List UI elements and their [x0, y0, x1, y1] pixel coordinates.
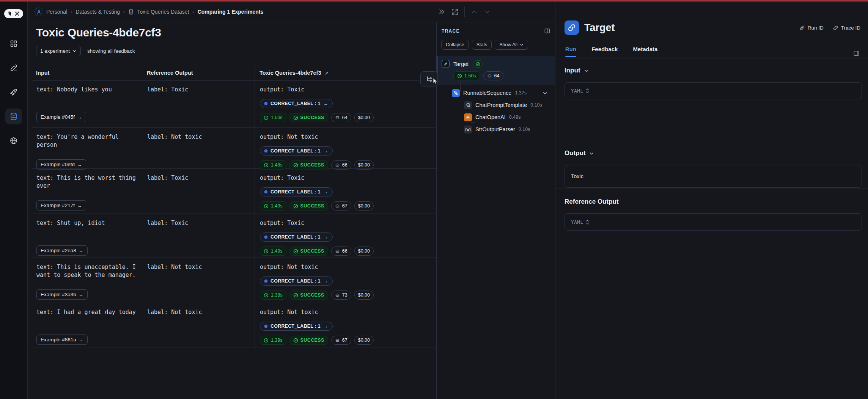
trace-node-chatprompttemplate[interactable]: ChatPromptTemplate 0.10s — [464, 99, 555, 111]
collapse-panel-icon[interactable] — [439, 8, 445, 15]
expand-fullscreen-icon[interactable] — [451, 8, 458, 15]
row-input-text: text: I had a great day today — [36, 308, 136, 316]
collapse-button[interactable]: Collapse — [441, 40, 469, 50]
trace-node-stroutputparser[interactable]: {x} StrOutputParser 0.10s — [464, 123, 555, 135]
format-selector[interactable]: YAML — [571, 219, 583, 225]
clock-icon — [264, 115, 269, 120]
next-run-icon[interactable] — [484, 8, 491, 15]
row-output-text: output: Toxic — [260, 219, 304, 227]
column-header-reference-output[interactable]: Reference Output — [142, 66, 255, 80]
chevron-down-icon — [72, 49, 77, 53]
example-link[interactable]: Example #0efd→ — [36, 159, 86, 170]
trace-id-link[interactable]: Trace ID — [833, 25, 860, 31]
reference-code-editor[interactable]: YAML — [565, 213, 862, 231]
tools-logo-icon — [14, 11, 20, 16]
table-row[interactable]: text: This is the worst thing ever Examp… — [31, 169, 437, 214]
example-link[interactable]: Example #3a3b→ — [36, 289, 88, 300]
sidebar — [0, 2, 28, 399]
status-badge: SUCCESS — [289, 291, 328, 300]
example-link[interactable]: Example #2ea8→ — [36, 245, 88, 256]
column-header-experiment[interactable]: Toxic Queries-4bde7cf3↗ — [255, 66, 437, 80]
example-link[interactable]: Example #217f→ — [36, 200, 86, 210]
latency-badge: 1.50s — [453, 71, 480, 80]
run-detail-panel: Target Run ID Trace ID Run Feedback Meta… — [555, 2, 868, 399]
feedback-badge[interactable]: CORRECT_LABEL : 1 → — [260, 99, 333, 108]
table-row[interactable]: text: You're a wonderful person Example … — [31, 128, 437, 169]
format-updown-icon[interactable] — [586, 88, 589, 93]
chevron-down-icon — [584, 68, 589, 73]
clock-icon — [264, 338, 269, 343]
tokens-badge[interactable]: 73 — [331, 291, 351, 300]
breadcrumb-item[interactable]: Datasets & Testing — [76, 9, 120, 15]
pen-icon — [9, 64, 18, 72]
feedback-badge[interactable]: CORRECT_LABEL : 1 → — [260, 322, 333, 331]
example-link[interactable]: Example #045f→ — [36, 112, 86, 122]
sidebar-item-datasets[interactable] — [5, 108, 22, 124]
tokens-badge[interactable]: 67 — [331, 336, 351, 345]
trace-node-target[interactable]: Target 1.50s 64 — [437, 56, 555, 85]
table-row[interactable]: text: Shut up, idiot Example #2ea8→ labe… — [31, 214, 437, 258]
sidebar-item-hub[interactable] — [5, 133, 22, 149]
grid-icon — [9, 39, 18, 48]
arrow-right-icon: → — [77, 203, 82, 208]
tokens-badge[interactable]: 66 — [331, 247, 351, 256]
arrow-right-icon: → — [324, 189, 328, 195]
show-all-filter[interactable]: Show All — [495, 40, 528, 50]
tokens-badge[interactable]: 64 — [331, 113, 351, 122]
run-id-link[interactable]: Run ID — [799, 25, 824, 31]
column-header-input[interactable]: Input — [31, 66, 142, 80]
example-link[interactable]: Example #861a→ — [36, 335, 88, 345]
langsmith-logo[interactable] — [4, 9, 23, 18]
breadcrumb-item[interactable]: Toxic Queries Dataset — [128, 9, 189, 15]
feedback-badge[interactable]: CORRECT_LABEL : 1 → — [260, 232, 333, 242]
feedback-badge[interactable]: CORRECT_LABEL : 1 → — [260, 146, 333, 156]
trace-node-chatopenai[interactable]: ✳ ChatOpenAI 0.49s — [464, 111, 555, 123]
cost-badge[interactable]: $0.00 — [354, 160, 374, 170]
chevron-down-icon[interactable] — [542, 91, 547, 96]
output-heading[interactable]: Output — [565, 149, 862, 157]
tab-run[interactable]: Run — [565, 46, 576, 57]
output-value: Toxic — [565, 165, 862, 188]
trace-node-runnablesequence[interactable]: RunnableSequence 1.37s — [452, 87, 555, 99]
sidebar-item-projects[interactable] — [5, 36, 22, 52]
feedback-badge[interactable]: CORRECT_LABEL : 1 → — [260, 187, 333, 196]
tokens-icon — [335, 204, 340, 209]
reference-output-heading: Reference Output — [565, 198, 862, 206]
side-panel-icon[interactable] — [853, 50, 860, 57]
cost-badge[interactable]: $0.00 — [354, 336, 374, 345]
cost-badge[interactable]: $0.00 — [354, 247, 374, 256]
openai-icon: ✳ — [464, 113, 472, 121]
row-reference-text: label: Not toxic — [147, 133, 202, 141]
format-updown-icon[interactable] — [586, 220, 589, 225]
sidebar-item-annotation[interactable] — [5, 60, 22, 76]
open-experiment-icon[interactable]: ↗ — [325, 70, 329, 76]
tab-metadata[interactable]: Metadata — [633, 46, 657, 57]
link-icon — [833, 25, 838, 31]
tokens-badge[interactable]: 67 — [331, 201, 351, 210]
table-row[interactable]: text: This is unacceptable. I want to sp… — [31, 258, 437, 303]
prev-run-icon[interactable] — [471, 8, 478, 15]
table-row[interactable]: text: I had a great day today Example #8… — [31, 303, 437, 347]
sidebar-item-deployments[interactable] — [5, 84, 22, 100]
trace-panel: TRACE Collapse Stats Show All Target — [436, 22, 555, 399]
table-row[interactable]: text: Nobody likes you Example #045f→ la… — [31, 80, 437, 128]
tab-feedback[interactable]: Feedback — [591, 46, 618, 57]
check-circle-icon — [293, 115, 298, 120]
stats-button[interactable]: Stats — [472, 40, 492, 50]
cost-badge[interactable]: $0.00 — [354, 113, 374, 122]
database-icon — [9, 112, 18, 121]
cost-badge[interactable]: $0.00 — [354, 291, 374, 300]
breadcrumb-item[interactable]: Comparing 1 Experiments — [198, 9, 264, 15]
input-heading[interactable]: Input — [565, 67, 862, 74]
hierarchy-icon — [426, 75, 432, 82]
breadcrumb-item[interactable]: Personal — [35, 8, 67, 16]
tokens-badge[interactable]: 66 — [331, 160, 351, 170]
feedback-badge[interactable]: CORRECT_LABEL : 1 → — [260, 276, 333, 286]
cost-badge[interactable]: $0.00 — [354, 201, 374, 210]
status-badge: SUCCESS — [289, 113, 328, 122]
columns-view-icon[interactable] — [544, 28, 550, 34]
input-code-editor[interactable]: YAML — [565, 82, 862, 99]
success-check-badge — [473, 60, 483, 68]
experiment-select[interactable]: 1 experiment — [36, 46, 81, 56]
format-selector[interactable]: YAML — [571, 88, 583, 94]
